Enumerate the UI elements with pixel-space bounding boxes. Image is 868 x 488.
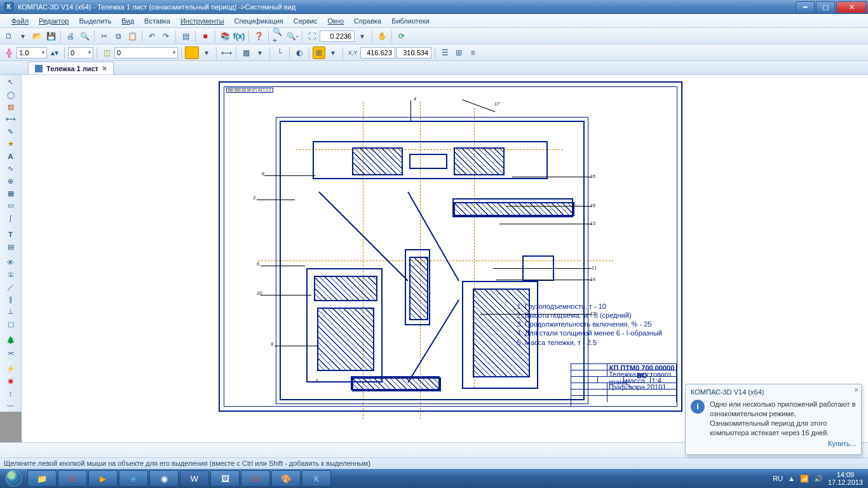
open-button[interactable]: 📂 <box>31 30 43 43</box>
rough-tool[interactable]: ∿ <box>5 163 17 174</box>
table2-tool[interactable]: ▤ <box>5 241 17 252</box>
undo-button[interactable]: ↶ <box>146 30 158 43</box>
curve-tool[interactable]: ∫ <box>5 213 17 224</box>
menu-select[interactable]: Выделить <box>74 15 116 27</box>
task-kompas[interactable]: К <box>302 470 331 487</box>
task-paint[interactable]: 🎨 <box>271 470 301 487</box>
tray-clock[interactable]: 14:09 17.12.2013 <box>828 471 863 486</box>
coord-y-input[interactable]: 310.534 <box>397 47 431 58</box>
view-tool[interactable]: 👁 <box>5 257 17 268</box>
spring-tool[interactable]: ⫘ <box>5 347 17 358</box>
redo-button[interactable]: ↷ <box>159 30 172 43</box>
lcs-arrow[interactable]: ▾ <box>327 46 339 59</box>
props-button[interactable]: ▤ <box>179 30 192 43</box>
print-button[interactable]: 🖨 <box>64 30 77 43</box>
misc-btn-2[interactable]: ⊞ <box>452 46 465 59</box>
menu-service[interactable]: Сервис <box>288 15 323 27</box>
tray-flag-icon[interactable]: ▲ <box>788 475 795 482</box>
dimension-icon[interactable]: ⟷ <box>220 46 233 59</box>
buy-link[interactable]: Купить... <box>691 440 856 447</box>
line-tool[interactable]: ／ <box>5 281 17 292</box>
notif-close-button[interactable]: × <box>854 386 858 395</box>
grid-icon[interactable]: ▦ <box>240 46 252 59</box>
balloon-tool[interactable]: ① <box>5 269 17 280</box>
bg-color-button[interactable] <box>185 46 199 59</box>
new-arrow[interactable]: ▾ <box>17 30 29 43</box>
zoom-out-button[interactable]: 🔍- <box>286 30 299 43</box>
layer-select-2[interactable]: 0▾ <box>114 47 178 58</box>
zoom-value-input[interactable]: 0.2236 <box>320 30 355 42</box>
task-ie[interactable]: e <box>119 470 148 487</box>
menu-libraries[interactable]: Библиотеки <box>386 15 435 27</box>
menu-file[interactable]: Файл <box>6 15 34 27</box>
snap-grid-icon[interactable]: ╬ <box>3 46 15 59</box>
page-tool[interactable]: ▭ <box>5 200 17 211</box>
task-opera[interactable]: O <box>58 470 87 487</box>
document-tab[interactable]: Тележка 1 лист × <box>28 62 114 74</box>
frame-tool[interactable]: ▢ <box>5 319 17 330</box>
window-minimize-button[interactable]: ━ <box>796 1 815 13</box>
save-button[interactable]: 💾 <box>44 30 57 43</box>
axis-tool[interactable]: ⊕ <box>5 175 17 186</box>
pan-button[interactable]: ✋ <box>376 30 388 43</box>
red-circle-tool[interactable]: ◉ <box>5 376 17 386</box>
new-button[interactable]: 🗋 <box>3 30 15 43</box>
menu-help[interactable]: Справка <box>349 15 386 27</box>
zoom-in-button[interactable]: 🔍+ <box>272 30 285 43</box>
dim2-tool[interactable]: ↕ <box>5 388 17 398</box>
coord-x-input[interactable]: 416.623 <box>360 47 395 58</box>
tab-close-button[interactable]: × <box>102 64 107 73</box>
task-images[interactable]: 🖼 <box>210 470 240 487</box>
geometry-tool[interactable]: ◯ <box>5 89 17 100</box>
grid-arrow[interactable]: ▾ <box>254 46 266 59</box>
system-tray[interactable]: RU ▲ 📶 🔊 14:09 17.12.2013 <box>773 471 867 486</box>
text-a-tool[interactable]: A <box>5 151 17 162</box>
zoom-fit-button[interactable]: ⛶ <box>306 30 318 43</box>
window-maximize-button[interactable]: ▢ <box>816 1 835 13</box>
menu-spec[interactable]: Спецификация <box>229 15 288 27</box>
copy-button[interactable]: ⧉ <box>112 30 125 43</box>
refresh-button[interactable]: ⟳ <box>395 30 408 43</box>
layer-select-1[interactable]: 0▾ <box>68 47 93 58</box>
print-preview-button[interactable]: 🔍 <box>78 30 91 43</box>
text-t-tool[interactable]: T <box>5 229 17 240</box>
paste-button[interactable]: 📋 <box>126 30 139 43</box>
task-explorer[interactable]: 📁 <box>27 470 57 487</box>
table-tool[interactable]: ▦ <box>5 188 17 199</box>
tray-lang[interactable]: RU <box>773 475 783 482</box>
cut-button[interactable]: ✂ <box>98 30 111 43</box>
misc-btn-1[interactable]: ☰ <box>438 46 451 59</box>
menu-insert[interactable]: Вставка <box>139 15 175 27</box>
menu-view[interactable]: Вид <box>116 15 139 27</box>
task-opera2[interactable]: O <box>241 470 270 487</box>
task-word[interactable]: W <box>180 470 209 487</box>
bolt-tool[interactable]: ⚡ <box>5 363 17 374</box>
para-tool[interactable]: ∥ <box>5 294 17 305</box>
help-cursor-button[interactable]: ❓ <box>252 30 265 43</box>
menu-tools[interactable]: Инструменты <box>175 15 229 27</box>
curve2-tool[interactable]: 〰 <box>5 400 17 411</box>
variables-button[interactable]: f(x) <box>233 30 245 43</box>
line-width-select[interactable]: 1.0▾ <box>17 47 47 58</box>
hatch-tool[interactable]: ▨ <box>5 102 17 112</box>
select-tool[interactable]: ↖ <box>5 77 17 88</box>
steps-up-down[interactable]: ▴▾ <box>48 46 61 59</box>
menu-editor[interactable]: Редактор <box>34 15 74 27</box>
misc-btn-3[interactable]: ≡ <box>466 46 479 59</box>
zoom-arrow[interactable]: ▾ <box>356 30 369 43</box>
stop-button[interactable]: ■ <box>199 30 212 43</box>
dim-tool[interactable]: ⟷ <box>5 114 17 125</box>
task-media[interactable]: ▶ <box>88 470 118 487</box>
tree-tool[interactable]: 🌲 <box>5 335 17 346</box>
perp-tool[interactable]: ⊥ <box>5 306 17 317</box>
start-button[interactable] <box>1 470 27 487</box>
bg-arrow[interactable]: ▾ <box>200 46 213 59</box>
window-close-button[interactable]: ✕ <box>836 1 867 13</box>
task-chrome[interactable]: ◉ <box>149 470 179 487</box>
lcs-icon[interactable]: ⊞ <box>313 46 325 59</box>
edit-tool[interactable]: ✎ <box>5 126 17 137</box>
round-icon[interactable]: ◐ <box>293 46 306 59</box>
library-button[interactable]: 📚 <box>219 30 231 43</box>
tray-network-icon[interactable]: 📶 <box>800 475 809 483</box>
menu-window[interactable]: Окно <box>322 15 349 27</box>
